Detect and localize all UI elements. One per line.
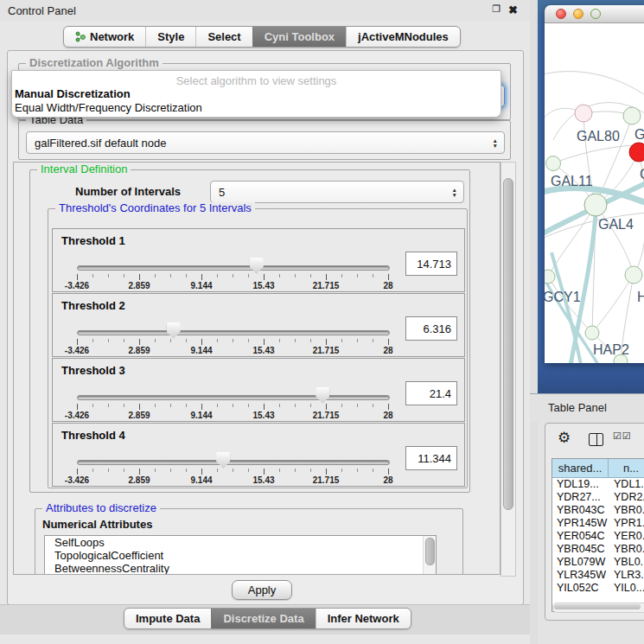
network-node[interactable] (623, 107, 641, 124)
control-panel-titlebar[interactable]: Control Panel ❐ ✖ (0, 0, 530, 21)
tab-discretize-data[interactable]: Discretize Data (211, 609, 315, 628)
table-cell[interactable]: YER054C (552, 530, 609, 543)
axis-tick-label: 21.715 (313, 281, 340, 290)
minimize-traffic-light-icon[interactable] (573, 9, 583, 19)
attribute-list-item[interactable]: SelfLoops (45, 536, 436, 549)
table-panel-title: Table Panel (548, 401, 607, 414)
table-cell[interactable]: YDL1... (609, 478, 644, 491)
table-cell[interactable]: YIL0... (609, 582, 644, 595)
slider-thumb[interactable] (250, 258, 264, 274)
gear-icon[interactable]: ⚙ (558, 429, 571, 447)
axis-tick-label: 2.859 (128, 281, 150, 290)
table-row[interactable]: YPR145WYPR1... (552, 517, 644, 530)
tick-mark (77, 339, 78, 345)
column-layout-icon[interactable] (589, 433, 603, 446)
tick-mark (388, 339, 389, 345)
select-columns-icon[interactable]: ☑☑ (613, 430, 632, 442)
window-title: Control Panel (0, 4, 76, 17)
settings-scrollbar[interactable] (501, 162, 516, 577)
table-cell[interactable]: YLR345W (552, 569, 609, 582)
tick-mark (310, 469, 311, 472)
tick-mark (233, 339, 233, 342)
axis-tick-label: 28 (383, 475, 392, 485)
tick-mark (341, 274, 342, 277)
scrollbar-thumb[interactable] (554, 604, 641, 609)
table-cell[interactable]: YPR145W (552, 517, 609, 530)
threshold-value-field[interactable] (405, 316, 457, 341)
threshold-panel: Threshold 2 -3.4262.8599.14415.4321.7152… (52, 293, 465, 357)
network-graph[interactable]: GAL80 GA GAL11 GAL4 GCY1 H HAP2 C (545, 23, 644, 363)
threshold-value-field[interactable] (405, 446, 457, 470)
network-view-window: GAL80 GA GAL11 GAL4 GCY1 H HAP2 C (545, 5, 644, 363)
numerical-attributes-list[interactable]: SelfLoopsTopologicalCoefficientBetweenne… (44, 535, 437, 575)
table-cell[interactable]: YER0... (609, 530, 644, 543)
table-cell[interactable]: YBR045C (552, 543, 609, 556)
column-header[interactable]: n... (609, 459, 644, 478)
slider-tick-labels: -3.4262.8599.14415.4321.71528 (77, 475, 388, 486)
network-node[interactable] (546, 156, 561, 171)
list-scrollbar[interactable] (423, 536, 436, 575)
top-tab-bar: Network Style Select Cyni Toolbox jActiv… (63, 26, 461, 48)
axis-tick-label: 21.715 (313, 346, 340, 355)
dropdown-option-equal-width-frequency[interactable]: Equal Width/Frequency Discretization (15, 101, 202, 114)
slider-thumb[interactable] (167, 322, 181, 339)
table-data-combobox[interactable]: galFiltered.sif default node ▲▼ (26, 131, 505, 154)
network-node[interactable] (545, 270, 555, 284)
slider-thumb[interactable] (316, 387, 329, 404)
zoom-traffic-light-icon[interactable] (590, 9, 601, 19)
tick-mark (77, 469, 78, 475)
network-canvas[interactable]: GAL80 GA GAL11 GAL4 GCY1 H HAP2 C (545, 23, 644, 363)
close-traffic-light-icon[interactable] (556, 9, 566, 19)
table-row[interactable]: YBL079WYBL0... (552, 556, 644, 569)
dropdown-option-manual-discretization[interactable]: Manual Discretization (15, 87, 131, 100)
tab-style[interactable]: Style (145, 27, 195, 47)
tab-select[interactable]: Select (195, 27, 252, 47)
tab-cyni-toolbox[interactable]: Cyni Toolbox (252, 27, 346, 47)
slider-thumb[interactable] (216, 452, 230, 469)
close-window-icon[interactable]: ✖ (508, 3, 518, 16)
table-row[interactable]: YBR045CYBR0... (552, 543, 644, 556)
tab-jactivemnodules[interactable]: jActiveMNodules (346, 27, 460, 47)
panel-divider[interactable] (530, 0, 538, 644)
threshold-value-field[interactable] (405, 381, 457, 405)
threshold-value-field[interactable] (405, 252, 457, 276)
table-cell[interactable]: YBR0... (609, 504, 644, 517)
tick-mark (357, 274, 358, 277)
number-of-intervals-combobox[interactable]: 5 ▲▼ (210, 181, 464, 203)
table-cell[interactable]: YDR2... (609, 491, 644, 504)
table-cell[interactable]: YLR3... (609, 569, 644, 582)
apply-button[interactable]: Apply (232, 580, 292, 600)
table-row[interactable]: YBR043CYBR0... (552, 504, 644, 517)
node-label: HAP2 (593, 342, 629, 357)
table-horizontal-scrollbar[interactable] (552, 603, 644, 613)
table-cell[interactable]: YDR27... (552, 491, 609, 504)
table-row[interactable]: YDL19...YDL1... (552, 478, 644, 491)
tab-impute-data[interactable]: Impute Data (124, 609, 211, 628)
table-cell[interactable]: YDL19... (552, 478, 609, 491)
column-header[interactable]: shared... (552, 459, 609, 478)
network-node[interactable] (584, 194, 607, 216)
network-node[interactable] (575, 105, 592, 122)
table-row[interactable]: YDR27...YDR2... (552, 491, 644, 504)
tab-network[interactable]: Network (64, 27, 145, 47)
network-window-titlebar[interactable] (545, 5, 644, 23)
attribute-list-item[interactable]: BetweennessCentrality (45, 562, 436, 575)
table-row[interactable]: YLR345WYLR3... (552, 569, 644, 582)
table-row[interactable]: YER054CYER0... (552, 530, 644, 543)
attributes-group-title: Attributes to discretize (42, 502, 160, 514)
table-cell[interactable]: YIL052C (552, 582, 609, 595)
network-node-selected[interactable] (629, 143, 644, 162)
table-cell[interactable]: YBL0... (609, 556, 644, 569)
table-cell[interactable]: YBL079W (552, 556, 609, 569)
table-cell[interactable]: YBR0... (609, 543, 644, 556)
table-cell[interactable]: YPR1... (609, 517, 644, 530)
float-window-icon[interactable]: ❐ (492, 3, 501, 16)
tab-infer-network[interactable]: Infer Network (316, 609, 411, 628)
attribute-list-item[interactable]: TopologicalCoefficient (45, 549, 436, 562)
scrollbar-thumb[interactable] (503, 178, 513, 510)
network-node[interactable] (625, 266, 642, 284)
tick-mark (233, 469, 233, 472)
table-row[interactable]: YIL052CYIL0... (552, 582, 644, 595)
table-cell[interactable]: YBR043C (552, 504, 609, 517)
network-node[interactable] (585, 326, 599, 340)
